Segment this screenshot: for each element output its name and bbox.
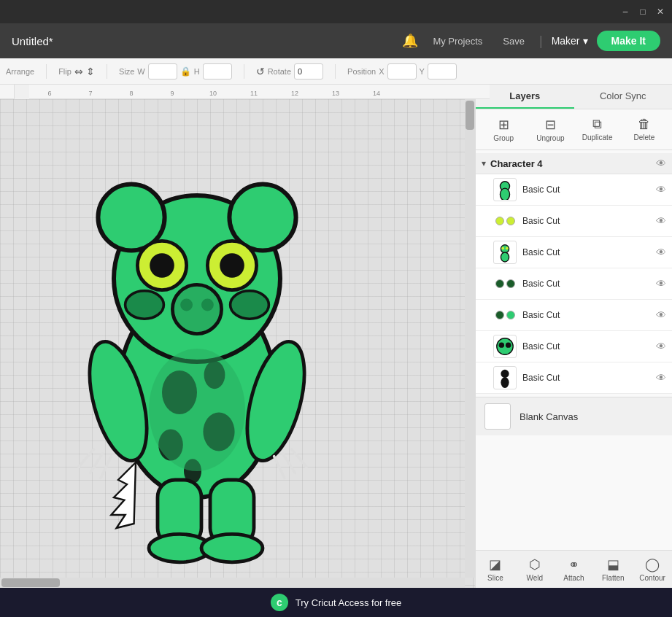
svg-point-37 (506, 247, 509, 250)
maker-arrow-icon: ▾ (583, 35, 588, 47)
svg-point-40 (506, 342, 511, 347)
svg-marker-30 (111, 462, 136, 528)
svg-point-42 (501, 377, 509, 388)
list-item[interactable]: Basic Cut 👁 (476, 206, 672, 237)
layers-list: ▾ Character 4 👁 Basic Cut 👁 (476, 150, 672, 550)
width-input[interactable] (148, 63, 177, 79)
attach-button[interactable]: ⚭ Attach (555, 554, 594, 585)
arrange-group: Arrange (6, 67, 34, 76)
tab-color-sync[interactable]: Color Sync (574, 85, 673, 109)
slice-button[interactable]: ◪ Slice (476, 554, 515, 585)
ungroup-button[interactable]: ⊟ Ungroup (528, 114, 572, 145)
cricut-access-banner[interactable]: c Try Cricut Access for free (0, 588, 672, 617)
svg-point-33 (500, 188, 509, 200)
ruler-tick: 14 (356, 90, 397, 97)
svg-point-36 (501, 247, 504, 250)
group-header[interactable]: ▾ Character 4 👁 (476, 153, 672, 174)
layer-visibility-button-7[interactable]: 👁 (656, 372, 666, 384)
list-item[interactable]: Basic Cut 👁 (476, 362, 672, 394)
contour-icon: ◯ (645, 556, 660, 573)
layer-visibility-button-3[interactable]: 👁 (656, 247, 666, 258)
height-input[interactable] (203, 63, 232, 79)
group-button[interactable]: ⊞ Group (482, 114, 525, 145)
maker-button[interactable]: Maker ▾ (552, 35, 588, 47)
layer-visibility-button-6[interactable]: 👁 (656, 341, 666, 352)
ruler-tick: 9 (152, 90, 193, 97)
cricut-logo: c (271, 594, 288, 611)
blank-canvas-row[interactable]: Blank Canvas (476, 397, 672, 435)
ruler-tick: 11 (233, 90, 274, 97)
size-group: Size W 🔒 H (119, 63, 232, 79)
svg-point-10 (201, 299, 214, 311)
delete-icon: 🗑 (638, 117, 651, 132)
lock-icon: 🔒 (180, 66, 191, 77)
group-visibility-button[interactable]: 👁 (656, 158, 666, 169)
tab-layers[interactable]: Layers (476, 85, 574, 109)
list-item[interactable]: Basic Cut 👁 (476, 237, 672, 268)
canvas-area[interactable] (0, 99, 475, 588)
duplicate-label: Duplicate (582, 133, 613, 141)
layer-thumb-2 (493, 209, 517, 233)
size-label: Size (119, 67, 134, 76)
canvas-vscroll[interactable] (465, 99, 475, 578)
delete-button[interactable]: 🗑 Delete (622, 114, 666, 145)
layer-name-7: Basic Cut (522, 373, 650, 383)
toolbar-sep-1 (46, 64, 47, 79)
flatten-label: Flatten (602, 574, 625, 582)
save-button[interactable]: Save (497, 33, 530, 50)
layer-name-1: Basic Cut (522, 185, 650, 195)
x-input[interactable] (387, 63, 417, 79)
rotate-group: ↺ Rotate (256, 63, 323, 79)
flip-h-icon[interactable]: ⇔ (74, 66, 83, 77)
layer-thumb-4 (493, 272, 517, 295)
svg-point-39 (499, 342, 504, 347)
layer-name-4: Basic Cut (522, 279, 650, 289)
layer-name-5: Basic Cut (522, 310, 650, 320)
group-arrow-icon: ▾ (482, 158, 486, 168)
layer-visibility-button-1[interactable]: 👁 (656, 184, 666, 195)
svg-line-17 (101, 457, 111, 478)
attach-icon: ⚭ (568, 556, 579, 573)
list-item[interactable]: Basic Cut 👁 (476, 174, 672, 206)
arrange-label: Arrange (6, 67, 34, 76)
app-title: Untitled* (12, 35, 393, 47)
list-item[interactable]: Basic Cut 👁 (476, 300, 672, 331)
make-it-button[interactable]: Make It (597, 31, 660, 51)
flip-v-icon[interactable]: ⇕ (86, 66, 95, 77)
bell-icon[interactable]: 🔔 (402, 33, 418, 49)
layer-thumb-7 (493, 366, 517, 389)
svg-line-19 (283, 454, 296, 473)
maximize-button[interactable]: □ (637, 6, 649, 18)
layer-visibility-button-2[interactable]: 👁 (656, 215, 666, 227)
canvas-character[interactable] (66, 106, 328, 573)
cricut-access-text: Try Cricut Access for free (296, 597, 401, 608)
ruler-corner (0, 85, 15, 99)
close-button[interactable]: ✕ (654, 6, 666, 18)
hscroll-thumb[interactable] (1, 578, 60, 587)
layer-thumb-6 (493, 335, 517, 358)
canvas-hscroll[interactable] (0, 578, 465, 588)
flatten-button[interactable]: ⬓ Flatten (593, 554, 633, 585)
rotate-input[interactable] (294, 63, 323, 79)
minimize-button[interactable]: – (619, 6, 631, 18)
duplicate-icon: ⧉ (592, 117, 602, 132)
attach-label: Attach (563, 574, 584, 582)
weld-button[interactable]: ⬡ Weld (515, 554, 555, 585)
layer-visibility-button-5[interactable]: 👁 (656, 309, 666, 321)
svg-point-6 (150, 253, 174, 278)
contour-button[interactable]: ◯ Contour (633, 554, 672, 585)
svg-line-20 (274, 457, 285, 478)
list-item[interactable]: Basic Cut 👁 (476, 331, 672, 362)
layer-visibility-button-4[interactable]: 👁 (656, 278, 666, 290)
ungroup-label: Ungroup (536, 134, 564, 142)
layer-name-6: Basic Cut (522, 341, 650, 352)
list-item[interactable]: Basic Cut 👁 (476, 268, 672, 300)
y-input[interactable] (428, 63, 457, 79)
ungroup-icon: ⊟ (545, 117, 556, 133)
vscroll-thumb[interactable] (466, 101, 474, 130)
my-projects-button[interactable]: My Projects (427, 33, 488, 50)
slice-label: Slice (487, 574, 503, 582)
header: Untitled* 🔔 My Projects Save | Maker ▾ M… (0, 23, 672, 58)
duplicate-button[interactable]: ⧉ Duplicate (576, 114, 619, 145)
ruler-tick: 10 (193, 90, 233, 97)
